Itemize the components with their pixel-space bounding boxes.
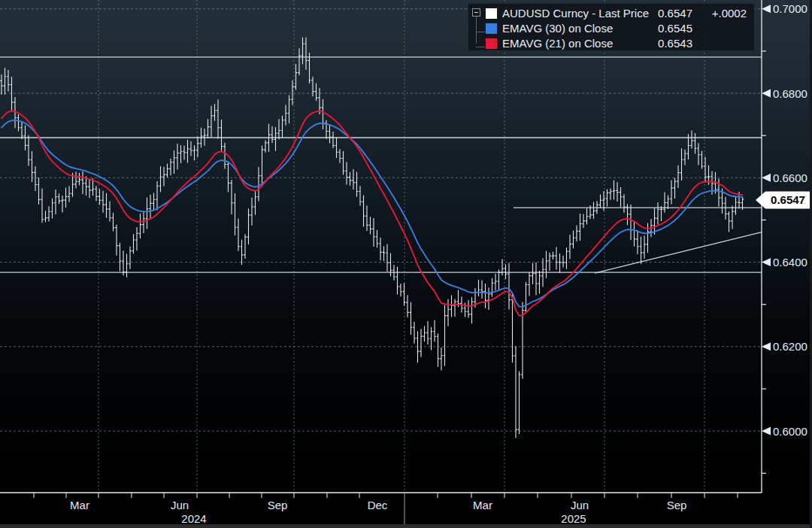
month-label: Jun: [171, 499, 189, 511]
legend-label: EMAVG (21) on Close: [502, 36, 613, 51]
chart-legend: AUDUSD Curncy - Last Price 0.6547 +.0002…: [468, 3, 755, 51]
ohlc-bars: [0, 38, 744, 438]
legend-value: 0.6547: [641, 6, 692, 21]
ema21-line: [2, 111, 743, 316]
legend-item-emavg30[interactable]: EMAVG (30) on Close 0.6545: [468, 21, 754, 36]
price-tick-label: 0.6400: [773, 256, 807, 269]
legend-item-emavg21[interactable]: EMAVG (21) on Close 0.6543: [468, 36, 754, 51]
price-chart-canvas[interactable]: 0.70000.68000.66000.64000.62000.6000MarJ…: [0, 0, 812, 528]
price-tick-arrow: [762, 5, 771, 13]
month-label: Sep: [667, 499, 687, 511]
series-swatch-emavg30: [486, 23, 497, 34]
month-label: Mar: [70, 499, 89, 511]
series-swatch-emavg21: [486, 38, 497, 49]
price-tick-arrow: [762, 174, 771, 182]
legend-label: EMAVG (30) on Close: [502, 21, 613, 36]
year-label: 2025: [561, 512, 586, 525]
month-label: Mar: [473, 499, 492, 511]
price-tick-arrow: [762, 258, 771, 266]
price-tick-label: 0.6800: [773, 87, 807, 100]
price-tick-label: 0.6000: [773, 425, 807, 438]
ema30-line: [2, 120, 743, 307]
last-price-marker-label: 0.6547: [771, 193, 805, 206]
price-tick-arrow: [762, 342, 771, 350]
window-bottom-strip: [0, 524, 812, 528]
month-label: Jun: [571, 499, 589, 511]
price-tick-label: 0.6200: [773, 340, 807, 353]
legend-label: AUDUSD Curncy - Last Price: [502, 6, 649, 21]
legend-value: 0.6545: [641, 21, 692, 36]
legend-item-last-price[interactable]: AUDUSD Curncy - Last Price 0.6547 +.0002: [468, 6, 754, 21]
price-tick-arrow: [762, 427, 771, 435]
axes: 0.70000.68000.66000.64000.62000.6000MarJ…: [0, 0, 811, 525]
bloomberg-chart-window: 0.70000.68000.66000.64000.62000.6000MarJ…: [0, 0, 812, 528]
moving-average-lines: [2, 111, 743, 316]
year-label: 2024: [181, 512, 206, 525]
legend-change: +.0002: [695, 6, 747, 21]
price-tick-label: 0.6600: [773, 171, 807, 184]
month-label: Sep: [268, 499, 288, 511]
trendline: [595, 232, 762, 273]
legend-value: 0.6543: [641, 36, 692, 51]
month-label: Dec: [368, 499, 388, 511]
price-tick-label: 0.7000: [773, 2, 807, 15]
series-swatch-last-price: [486, 8, 497, 19]
price-tick-arrow: [762, 90, 771, 98]
